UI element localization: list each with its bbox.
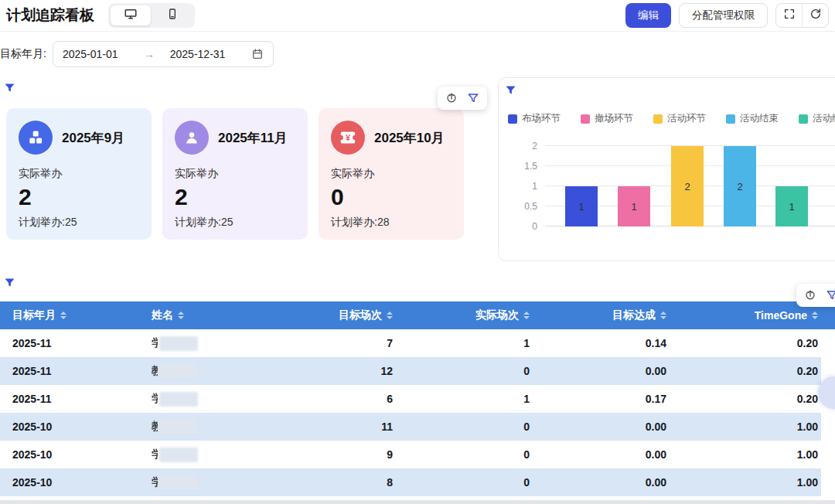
table-filter-toggle-icon[interactable] — [826, 289, 835, 301]
cell-target-month: 2025-11 — [0, 393, 139, 405]
table-row: 2025-10学800.001.00 — [0, 468, 835, 496]
column-header-label: 目标达成 — [612, 308, 656, 322]
cell-target-count: 12 — [271, 365, 410, 377]
name-fragment: 学 — [152, 392, 158, 406]
cell-target-count: 9 — [271, 448, 410, 461]
bar-布场环节: 1 — [565, 186, 598, 226]
export-icon[interactable] — [445, 92, 458, 104]
table-body: 2025-11学710.140.202025-11教1200.000.20202… — [0, 329, 835, 496]
column-header-label: 实际场次 — [475, 308, 519, 322]
sort-icon[interactable] — [812, 312, 818, 319]
card-month: 2025年9月 — [62, 129, 124, 147]
ticket-yuan-icon: ¥ — [331, 121, 365, 155]
legend-swatch — [726, 114, 735, 124]
legend-swatch — [508, 114, 517, 124]
stat-card: 2025年9月实际举办2计划举办:25 — [6, 108, 152, 240]
name-fragment: 教 — [152, 420, 158, 434]
table-toolbar — [796, 284, 835, 307]
name-redaction-blur — [159, 336, 198, 351]
name-redaction-blur — [159, 392, 198, 407]
desktop-view-button[interactable] — [111, 5, 151, 26]
column-header[interactable]: 目标场次 — [271, 301, 410, 329]
column-header[interactable]: 实际场次 — [410, 301, 547, 329]
fullscreen-button[interactable] — [776, 4, 802, 27]
cell-timegone: 0.20 — [683, 393, 835, 405]
cell-achievement: 0.14 — [547, 337, 683, 349]
card-month: 2025年10月 — [374, 129, 445, 147]
cell-name-redacted: 学 — [139, 475, 271, 490]
cell-achievement: 0.00 — [547, 476, 683, 489]
sort-icon[interactable] — [660, 312, 666, 319]
column-header[interactable]: 目标年月 — [0, 301, 139, 329]
column-header-label: TimeGone — [755, 309, 807, 322]
cell-achievement: 0.00 — [547, 421, 683, 433]
cell-name-redacted: 教 — [139, 364, 271, 379]
y-axis-tick: 0 — [532, 221, 537, 232]
date-filter-row: 目标年月: 2025-01-01 → 2025-12-31 — [0, 41, 274, 67]
legend-item[interactable]: 布场环节 — [508, 112, 561, 125]
cell-target-month: 2025-10 — [0, 421, 139, 433]
person-icon — [175, 121, 209, 155]
name-redaction-blur — [159, 448, 198, 462]
refresh-button[interactable] — [802, 4, 828, 27]
cell-actual-count: 0 — [410, 365, 547, 377]
legend-item[interactable]: 活动终止 — [799, 112, 835, 125]
legend-label: 活动终止 — [813, 112, 835, 125]
cell-target-count: 8 — [271, 476, 410, 489]
chart-legend: 布场环节撤场环节活动环节活动结束活动终止 — [508, 112, 835, 125]
filter-icon[interactable] — [467, 92, 479, 104]
date-range-input[interactable]: 2025-01-01 → 2025-12-31 — [53, 41, 274, 67]
date-end-value[interactable]: 2025-12-31 — [170, 48, 251, 60]
cell-achievement: 0.00 — [547, 448, 683, 461]
legend-item[interactable]: 撤场环节 — [581, 112, 633, 125]
card-month: 2025年11月 — [218, 129, 288, 147]
cell-name-redacted: 教 — [139, 420, 271, 434]
sort-icon[interactable] — [523, 312, 530, 319]
name-redaction-blur — [159, 364, 198, 379]
edit-button[interactable]: 编辑 — [625, 3, 671, 28]
cell-name-redacted: 学 — [139, 448, 271, 462]
card-plan-label: 计划举办:28 — [331, 216, 452, 230]
table-row: 2025-11学610.170.20 — [0, 385, 835, 413]
cell-target-month: 2025-10 — [0, 448, 139, 461]
bar-value-label: 1 — [789, 201, 794, 213]
cards-filter-icon[interactable] — [4, 82, 15, 97]
column-header-label: 姓名 — [152, 308, 173, 322]
bar-活动环节: 2 — [671, 146, 704, 226]
chart-filter-icon[interactable] — [505, 84, 516, 99]
svg-text:¥: ¥ — [346, 133, 350, 142]
legend-swatch — [799, 114, 808, 124]
legend-item[interactable]: 活动结束 — [726, 112, 779, 125]
cell-target-month: 2025-11 — [0, 337, 139, 349]
cell-timegone: 0.20 — [683, 365, 835, 377]
bar-撤场环节: 1 — [618, 186, 650, 226]
table-row: 2025-11教1200.000.20 — [0, 357, 835, 385]
cell-actual-count: 0 — [410, 421, 547, 433]
mobile-view-button[interactable] — [152, 5, 193, 26]
refresh-icon — [809, 8, 822, 23]
calendar-icon[interactable] — [251, 48, 264, 60]
cell-name-redacted: 学 — [139, 392, 271, 407]
column-header[interactable]: 姓名 — [139, 301, 271, 329]
bar-活动终止: 1 — [775, 186, 808, 226]
cell-actual-count: 0 — [410, 448, 547, 461]
column-header-label: 目标场次 — [339, 308, 382, 322]
card-value: 2 — [19, 184, 139, 209]
assign-permission-button[interactable]: 分配管理权限 — [679, 3, 768, 28]
cell-timegone: 1.00 — [683, 476, 835, 489]
sort-icon[interactable] — [387, 312, 393, 319]
sort-icon[interactable] — [60, 312, 66, 319]
date-start-value[interactable]: 2025-01-01 — [63, 48, 144, 60]
y-axis-tick: 0.5 — [524, 201, 537, 212]
bottom-scrollbar[interactable] — [0, 500, 835, 504]
device-toggle — [108, 3, 195, 28]
table-export-icon[interactable] — [804, 289, 816, 301]
legend-swatch — [581, 114, 590, 124]
cell-timegone: 0.20 — [683, 337, 835, 349]
sort-icon[interactable] — [178, 312, 184, 319]
column-header[interactable]: 目标达成 — [547, 301, 683, 329]
table-filter-icon[interactable] — [4, 277, 15, 291]
legend-item[interactable]: 活动环节 — [653, 112, 706, 125]
bar-value-label: 1 — [578, 201, 584, 213]
table-row: 2025-11学710.140.20 — [0, 329, 835, 357]
